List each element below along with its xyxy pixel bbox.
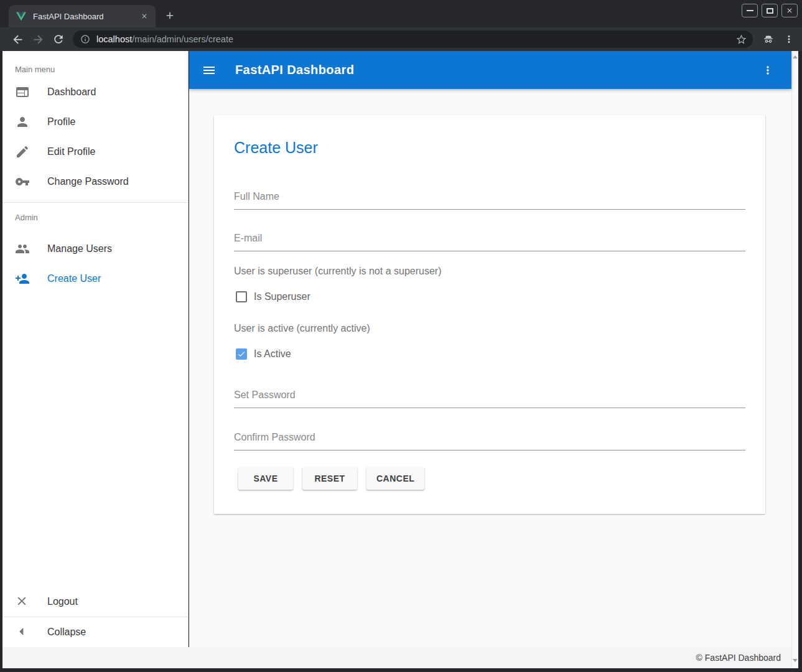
sidebar-item-label: Change Password [47,176,129,187]
email-field-wrap [234,224,745,251]
tab-close-icon[interactable] [139,11,149,22]
page-body: Main menu Dashboard Profile Edit Profile… [0,51,802,672]
toolbar-actions [762,33,795,45]
sidebar-item-manage-users[interactable]: Manage Users [2,234,188,264]
maximize-button[interactable] [762,4,778,17]
window-controls [742,4,798,17]
vertical-scrollbar[interactable] [791,51,798,668]
main-content: FastAPI Dashboard Create User User is su… [189,51,791,647]
appbar-kebab-icon[interactable] [760,63,775,78]
app-bar: FastAPI Dashboard [189,51,791,89]
minimize-button[interactable] [742,4,758,17]
cancel-button[interactable]: CANCEL [366,467,424,490]
maximize-icon [767,8,773,14]
active-checkbox-row[interactable]: Is Active [236,348,291,360]
email-input[interactable] [234,224,745,251]
sidebar-item-label: Create User [47,273,101,284]
browser-toolbar: localhost/main/admin/users/create [0,27,802,51]
new-tab-button[interactable] [163,9,177,22]
incognito-icon [762,33,775,45]
browser-menu-kebab-icon[interactable] [783,34,795,45]
page-footer: © FastAPI Dashboard [2,647,791,668]
people-icon [15,241,30,256]
url-text[interactable]: localhost/main/admin/users/create [96,34,735,44]
dashboard-icon [15,85,30,100]
save-button[interactable]: SAVE [238,467,293,490]
person-add-icon [15,271,30,286]
check-icon [237,350,246,358]
browser-titlebar: FastAPI Dashboard [0,0,802,27]
form-buttons: SAVE RESET CANCEL [238,467,424,490]
key-icon [15,174,30,189]
sidebar-section-admin: Admin [2,203,188,226]
close-icon [786,7,793,14]
url-host: localhost [96,34,132,44]
full-name-input[interactable] [234,182,745,210]
sidebar-item-label: Profile [47,116,75,128]
scroll-down-arrow-icon[interactable] [793,659,798,662]
back-button[interactable] [10,32,25,47]
sidebar-item-collapse[interactable]: Collapse [2,617,188,647]
appbar-title: FastAPI Dashboard [235,63,760,77]
hamburger-menu-icon[interactable] [202,63,217,78]
address-bar[interactable]: localhost/main/admin/users/create [73,30,753,48]
browser-window: FastAPI Dashboard localhost/m [0,0,802,672]
sidebar-item-logout[interactable]: Logout [2,587,188,617]
minimize-icon [747,10,753,11]
scroll-up-arrow-icon[interactable] [793,55,798,58]
vue-favicon-icon [16,11,27,21]
browser-tab[interactable]: FastAPI Dashboard [9,5,156,27]
full-name-field-wrap [234,182,745,210]
superuser-hint: User is superuser (currently is not a su… [234,266,441,277]
sidebar-item-create-user[interactable]: Create User [2,264,188,294]
active-checkbox[interactable] [236,348,247,360]
sidebar-item-label: Edit Profile [47,146,95,157]
sidebar-spacer [2,294,188,587]
close-window-button[interactable] [781,4,798,17]
sidebar: Main menu Dashboard Profile Edit Profile… [2,51,189,647]
sidebar-item-dashboard[interactable]: Dashboard [2,77,188,107]
sidebar-section-main-menu: Main menu [2,51,188,77]
sidebar-item-edit-profile[interactable]: Edit Profile [2,137,188,167]
set-password-input[interactable] [234,381,745,408]
reset-button[interactable]: RESET [302,467,357,490]
sidebar-item-profile[interactable]: Profile [2,107,188,137]
sidebar-item-label: Logout [47,596,78,607]
create-user-card: Create User User is superuser (currently… [214,115,765,514]
sidebar-item-label: Collapse [47,627,86,638]
active-checkbox-label: Is Active [254,348,291,360]
active-hint: User is active (currently active) [234,323,370,334]
tab-title: FastAPI Dashboard [33,12,139,21]
superuser-checkbox[interactable] [236,291,247,302]
info-icon[interactable] [80,34,90,44]
confirm-password-field-wrap [234,423,745,450]
superuser-checkbox-label: Is Superuser [254,291,310,302]
sidebar-item-label: Manage Users [47,243,112,254]
forward-button[interactable] [30,32,45,47]
pencil-icon [15,144,30,159]
sidebar-item-change-password[interactable]: Change Password [2,167,188,197]
confirm-password-input[interactable] [234,423,745,450]
person-icon [15,114,30,129]
logout-x-icon [15,594,30,609]
superuser-checkbox-row[interactable]: Is Superuser [236,291,310,302]
bookmark-star-icon[interactable] [735,34,747,45]
chevron-left-icon [15,625,30,640]
set-password-field-wrap [234,381,745,408]
sidebar-item-label: Dashboard [47,86,96,98]
copyright-text: © FastAPI Dashboard [696,653,781,663]
reload-button[interactable] [51,32,66,47]
page-title: Create User [234,138,318,157]
url-path: /main/admin/users/create [132,34,233,44]
